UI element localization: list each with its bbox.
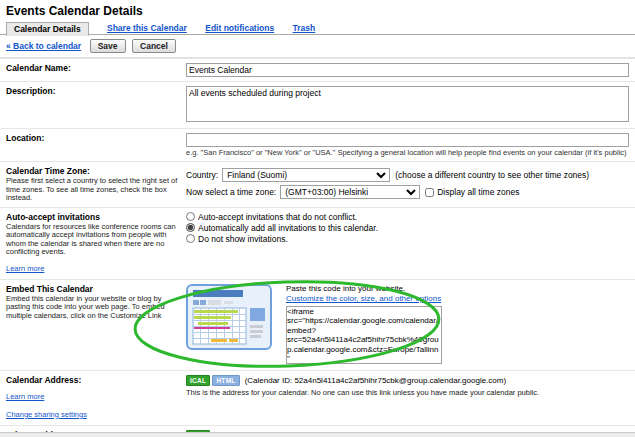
description-textarea[interactable]: All events scheduled during project	[186, 86, 629, 122]
embed-calendar-row: Embed This Calendar Embed this calendar …	[0, 279, 635, 370]
time-zone-row: Calendar Time Zone: Please first select …	[0, 161, 635, 207]
customize-options-link[interactable]: Customize the color, size, and other opt…	[286, 294, 441, 303]
auto-accept-label: Auto-accept invitations	[6, 212, 178, 222]
embed-code-textarea[interactable]: <iframe src="https://calendar.google.com…	[286, 306, 442, 364]
ical-badge[interactable]: ICAL	[186, 375, 210, 386]
calendar-address-row: Calendar Address: Learn more Change shar…	[0, 370, 635, 425]
auto-accept-row: Auto-accept invitations Calendars for re…	[0, 207, 635, 279]
cancel-button[interactable]: Cancel	[132, 39, 176, 53]
auto-accept-option-label: Do not show invitations.	[198, 234, 288, 245]
auto-accept-option-label: Automatically add all invitations to thi…	[198, 223, 378, 234]
location-input[interactable]	[186, 133, 629, 147]
country-label: Country:	[186, 170, 218, 180]
auto-accept-no-conflict-radio[interactable]	[186, 212, 195, 221]
calendar-name-row: Calendar Name:	[0, 58, 635, 81]
description-label: Description:	[6, 86, 178, 96]
description-row: Description: All events scheduled during…	[0, 81, 635, 128]
tab-trash[interactable]: Trash	[293, 23, 316, 33]
calendar-address-note: This is the address for your calendar. N…	[186, 388, 629, 397]
tab-share-this-calendar[interactable]: Share this Calendar	[107, 23, 187, 33]
country-select[interactable]: Finland (Suomi)	[222, 168, 390, 182]
auto-accept-add-all-radio[interactable]	[186, 223, 195, 232]
auto-accept-do-not-show-radio[interactable]	[186, 234, 195, 243]
time-zone-description: Please first select a country to select …	[6, 177, 178, 203]
page-title: Events Calendar Details	[0, 0, 635, 21]
calendar-details-page: Events Calendar Details Calendar Details…	[0, 0, 635, 437]
save-button[interactable]: Save	[90, 39, 126, 53]
html-badge[interactable]: HTML	[212, 375, 239, 386]
country-hint: (choose a different country to see other…	[395, 170, 589, 180]
display-all-time-zones-checkbox[interactable]	[425, 188, 434, 197]
tab-edit-notifications[interactable]: Edit notifications	[205, 23, 274, 33]
calendar-address-label: Calendar Address:	[6, 375, 178, 385]
time-zone-select-label: Now select a time zone:	[186, 187, 276, 197]
footer-strip	[0, 432, 635, 437]
auto-accept-learn-more-link[interactable]: Learn more	[6, 264, 44, 273]
display-all-time-zones-label: Display all time zones	[437, 187, 519, 197]
paste-code-text: Paste this code into your website.	[286, 284, 442, 294]
tab-bar: Calendar Details Share this Calendar Edi…	[0, 21, 635, 35]
embed-label: Embed This Calendar	[6, 284, 178, 294]
calendar-preview-thumbnail	[186, 284, 272, 350]
time-zone-select[interactable]: (GMT+03:00) Helsinki	[280, 185, 420, 199]
tab-calendar-details[interactable]: Calendar Details	[6, 22, 89, 36]
calendar-id-text: (Calendar ID: 52a4n5l411a4c2af5hihr75cbk…	[245, 376, 506, 385]
back-to-calendar-link[interactable]: « Back to calendar	[6, 41, 81, 51]
calendar-address-learn-more-link[interactable]: Learn more	[6, 392, 44, 401]
embed-description: Embed this calendar in your website or b…	[6, 295, 178, 321]
auto-accept-option-label: Auto-accept invitations that do not conf…	[198, 212, 357, 223]
calendar-name-label: Calendar Name:	[6, 63, 178, 73]
change-sharing-settings-link[interactable]: Change sharing settings	[6, 410, 87, 419]
time-zone-label: Calendar Time Zone:	[6, 166, 178, 176]
auto-accept-description: Calendars for resources like conference …	[6, 223, 178, 257]
location-hint: e.g. "San Francisco" or "New York" or "U…	[186, 148, 629, 157]
location-label: Location:	[6, 133, 178, 143]
calendar-name-input[interactable]	[186, 63, 629, 77]
top-toolbar: « Back to calendar Save Cancel	[0, 35, 635, 58]
location-row: Location: e.g. "San Francisco" or "New Y…	[0, 128, 635, 161]
